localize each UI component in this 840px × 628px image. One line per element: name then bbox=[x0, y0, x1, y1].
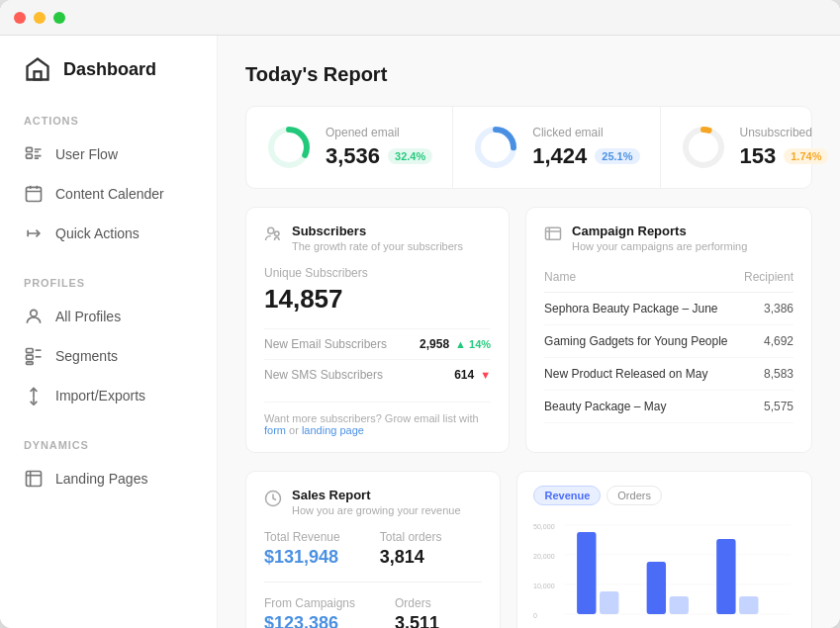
subscribers-title: Subscribers bbox=[292, 224, 463, 238]
campaigns-orders-label: Orders bbox=[395, 596, 439, 610]
campaign-name-cell: Beauty Package – May bbox=[544, 391, 740, 423]
campaigns-orders-value: 3,511 bbox=[395, 613, 439, 628]
bar-chart: 50,000 20,000 10,000 0 bbox=[533, 517, 795, 626]
footer-form-link[interactable]: form bbox=[264, 424, 286, 436]
trend-up-icon: ▲ 14% bbox=[455, 338, 491, 350]
report-info-clicked: Clicked email 1,424 25.1% bbox=[532, 126, 639, 169]
maximize-button[interactable] bbox=[53, 12, 65, 24]
report-value-clicked: 1,424 bbox=[532, 143, 587, 169]
calendar-icon bbox=[24, 184, 44, 204]
svg-rect-48 bbox=[717, 539, 736, 614]
from-campaigns-label: From Campaigns bbox=[264, 596, 355, 610]
total-orders-value: 3,814 bbox=[380, 547, 442, 568]
unique-subscribers-label: Unique Subscribers bbox=[264, 266, 491, 280]
total-orders-group: Total orders 3,814 bbox=[380, 530, 442, 568]
sidebar-item-user-flow[interactable]: User Flow bbox=[0, 135, 217, 174]
clicked-email-donut bbox=[473, 125, 518, 170]
sales-header: Sales Report How you are growing your re… bbox=[264, 488, 482, 516]
report-label-clicked: Clicked email bbox=[532, 126, 639, 139]
report-card-unsubscribed: Unsubscribed 153 1.74% bbox=[661, 107, 840, 188]
report-badge-clicked: 25.1% bbox=[595, 148, 639, 164]
email-subscribers-value: 2,958 ▲ 14% bbox=[420, 337, 491, 351]
app-window: Dashboard ACTIONS User Flow bbox=[0, 0, 840, 628]
campaign-col-recipient: Recipient bbox=[740, 266, 793, 293]
sidebar-item-segments[interactable]: Segments bbox=[0, 336, 217, 376]
campaign-col-name: Name bbox=[544, 266, 740, 293]
landing-icon bbox=[24, 469, 44, 489]
chart-tab-orders[interactable]: Orders bbox=[607, 486, 662, 505]
svg-rect-21 bbox=[27, 472, 42, 487]
campaign-name-cell: Sephora Beauty Package – June bbox=[544, 293, 740, 325]
svg-rect-45 bbox=[600, 591, 618, 614]
sms-subscribers-label: New SMS Subscribers bbox=[264, 368, 383, 382]
close-button[interactable] bbox=[14, 12, 26, 24]
sales-row-2: From Campaigns $123,386 Orders 3,511 bbox=[264, 596, 482, 628]
unique-subscribers-value: 14,857 bbox=[264, 284, 491, 314]
svg-rect-14 bbox=[27, 349, 34, 353]
unsubscribed-donut bbox=[681, 125, 726, 170]
report-badge-opened: 32.4% bbox=[388, 148, 432, 164]
sidebar-item-label: Content Calender bbox=[55, 186, 164, 202]
segments-icon bbox=[24, 346, 44, 366]
minimize-button[interactable] bbox=[34, 12, 46, 24]
sales-title: Sales Report bbox=[292, 488, 461, 502]
report-value-row-unsub: 153 1.74% bbox=[740, 143, 829, 169]
campaign-recipient-cell: 4,692 bbox=[740, 325, 793, 358]
svg-point-30 bbox=[268, 227, 274, 233]
svg-rect-46 bbox=[647, 562, 666, 614]
sidebar-item-content-calender[interactable]: Content Calender bbox=[0, 174, 217, 214]
titlebar bbox=[0, 0, 840, 36]
report-card-clicked-email: Clicked email 1,424 25.1% bbox=[453, 107, 660, 188]
chart-tabs: Revenue Orders bbox=[533, 486, 795, 505]
from-campaigns-value: $123,386 bbox=[264, 613, 355, 628]
report-value-unsub: 153 bbox=[740, 143, 777, 169]
bar-chart-svg: 50,000 20,000 10,000 0 bbox=[533, 517, 795, 626]
sms-subscribers-value: 614 ▼ bbox=[454, 368, 491, 382]
subscribers-header-text: Subscribers The growth rate of your subs… bbox=[292, 224, 463, 252]
arrow-icon bbox=[24, 224, 44, 243]
total-revenue-value: $131,948 bbox=[264, 547, 340, 568]
sidebar-item-label: All Profiles bbox=[55, 309, 121, 324]
sidebar-item-import-exports[interactable]: Import/Exports bbox=[0, 376, 217, 415]
campaign-icon bbox=[544, 225, 562, 247]
report-value-row-clicked: 1,424 25.1% bbox=[532, 143, 639, 169]
sidebar-item-all-profiles[interactable]: All Profiles bbox=[0, 297, 217, 336]
report-label-unsub: Unsubscribed bbox=[740, 126, 829, 139]
subscribers-subtitle: The growth rate of your subscribers bbox=[292, 240, 463, 252]
section-label-profiles: PROFILES bbox=[0, 277, 217, 297]
campaign-title: Campaign Reports bbox=[572, 224, 747, 238]
table-row: Sephora Beauty Package – June3,386 bbox=[544, 293, 793, 325]
sidebar-item-quick-actions[interactable]: Quick Actions bbox=[0, 214, 217, 253]
sales-card: Sales Report How you are growing your re… bbox=[245, 471, 501, 628]
sidebar-item-label: Quick Actions bbox=[55, 225, 140, 241]
campaign-header-text: Campaign Reports How your campaigns are … bbox=[572, 224, 747, 252]
report-badge-unsub: 1.74% bbox=[784, 148, 828, 164]
total-revenue-label: Total Revenue bbox=[264, 530, 340, 544]
opened-email-donut bbox=[266, 125, 312, 170]
sidebar-item-landing-pages[interactable]: Landing Pages bbox=[0, 459, 217, 498]
svg-text:50,000: 50,000 bbox=[533, 522, 555, 532]
campaign-subtitle: How your campaigns are performing bbox=[572, 240, 747, 252]
footer-landing-link[interactable]: landing page bbox=[302, 424, 364, 436]
section-label-dynamics: DYNAMICS bbox=[0, 439, 217, 459]
chart-tab-revenue[interactable]: Revenue bbox=[533, 486, 601, 505]
svg-rect-7 bbox=[27, 187, 42, 201]
list-icon bbox=[24, 144, 44, 164]
sidebar-logo: Dashboard bbox=[0, 55, 217, 107]
campaign-card-header: Campaign Reports How your campaigns are … bbox=[544, 224, 793, 252]
svg-rect-32 bbox=[546, 227, 561, 239]
sms-subscribers-row: New SMS Subscribers 614 ▼ bbox=[264, 359, 491, 390]
svg-rect-16 bbox=[27, 362, 34, 365]
report-card-opened-email: Opened email 3,536 32.4% bbox=[246, 107, 453, 188]
campaign-recipient-cell: 8,583 bbox=[740, 358, 793, 391]
table-row: Beauty Package – May5,575 bbox=[544, 391, 793, 423]
sales-row-1: Total Revenue $131,948 Total orders 3,81… bbox=[264, 530, 482, 582]
sales-chart-row: Sales Report How you are growing your re… bbox=[245, 471, 812, 628]
subscribers-icon bbox=[264, 225, 282, 247]
home-icon bbox=[24, 55, 51, 83]
sidebar-item-label: Landing Pages bbox=[55, 471, 147, 487]
svg-text:10,000: 10,000 bbox=[533, 582, 555, 591]
two-col-sub-campaign: Subscribers The growth rate of your subs… bbox=[245, 207, 812, 453]
campaign-table: Name Recipient Sephora Beauty Package – … bbox=[544, 266, 793, 423]
main-content: Today's Report Opened email 3,536 32.4% bbox=[218, 36, 840, 628]
